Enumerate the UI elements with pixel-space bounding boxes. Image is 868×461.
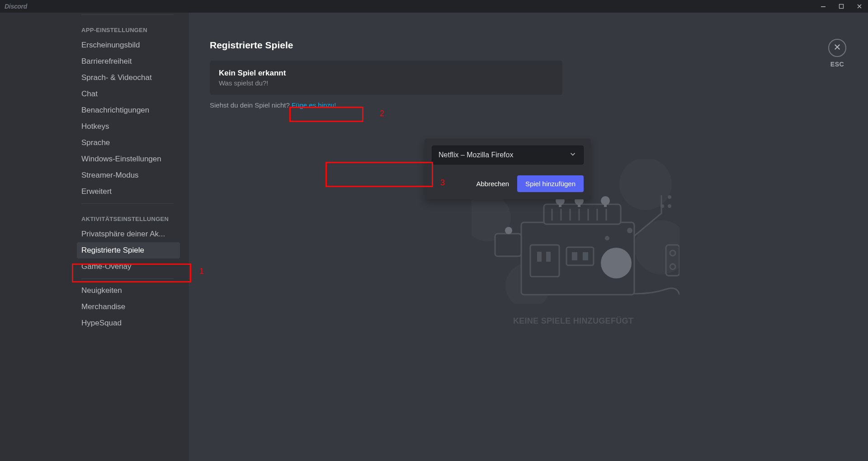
add-prompt-text: Siehst du dein Spiel nicht? [210,101,292,109]
svg-point-6 [505,263,551,304]
sidebar-item-appearance[interactable]: Erscheinungsbild [81,37,180,53]
sidebar-item-news[interactable]: Neuigkeiten [81,282,180,299]
add-prompt: Siehst du dein Spiel nicht? Füge es hinz… [210,101,850,109]
minimize-button[interactable] [815,0,832,13]
svg-rect-19 [578,201,580,207]
svg-point-37 [670,264,675,269]
svg-point-31 [505,227,512,234]
close-window-button[interactable] [851,0,868,13]
game-select-value: Netflix – Mozilla Firefox [439,151,513,159]
chevron-down-icon [569,150,577,160]
svg-rect-24 [546,252,551,262]
close-settings: ESC [828,39,846,68]
close-icon [833,43,841,53]
settings-sidebar: APP-EINSTELLUNGEN Erscheinungsbild Barri… [0,13,189,461]
esc-label: ESC [830,61,844,68]
no-game-subtitle: Was spielst du?! [219,79,553,87]
divider [81,278,174,279]
app-brand: Discord [5,3,27,10]
sidebar-category-activity: AKTIVITÄTSEINSTELLUNGEN [81,207,189,226]
svg-rect-0 [821,6,826,7]
svg-rect-30 [495,234,521,256]
cancel-button[interactable]: Abbrechen [476,180,509,188]
svg-rect-7 [521,222,634,295]
svg-rect-21 [604,201,607,207]
svg-point-5 [472,194,511,241]
sidebar-item-windows[interactable]: Windows-Einstellungen [81,151,180,167]
add-game-button[interactable]: Spiel hinzufügen [517,175,584,192]
svg-rect-22 [530,245,559,277]
no-game-title: Kein Spiel erkannt [219,69,553,78]
title-bar: Discord [0,0,868,13]
svg-point-28 [601,248,632,278]
annotation-label-1: 1 [199,267,204,276]
divider [81,14,174,15]
popover-actions: Abbrechen Spiel hinzufügen [432,175,584,192]
empty-state-label: KEINE SPIELE HINZUGEFÜGT [397,316,750,326]
svg-point-34 [668,195,671,199]
close-button[interactable] [828,39,846,57]
svg-point-32 [660,204,664,208]
sidebar-item-merch[interactable]: Merchandise [81,299,180,315]
svg-rect-27 [583,252,588,260]
sidebar-item-overlay[interactable]: Game-Overlay [81,259,180,275]
svg-rect-25 [566,247,594,265]
sidebar-item-hotkeys[interactable]: Hotkeys [81,118,180,135]
svg-point-20 [601,196,610,205]
divider [81,203,174,204]
page-title: Registrierte Spiele [210,40,850,51]
settings-content: Registrierte Spiele Kein Spiel erkannt W… [189,13,868,461]
sidebar-item-language[interactable]: Sprache [81,135,180,151]
window-controls [815,0,868,13]
sidebar-item-registered-games[interactable]: Registrierte Spiele [77,242,180,259]
sidebar-item-advanced[interactable]: Erweitert [81,183,180,200]
game-select[interactable]: Netflix – Mozilla Firefox [432,146,584,165]
svg-rect-17 [559,201,561,207]
svg-rect-8 [544,204,621,224]
sidebar-item-voice[interactable]: Sprach- & Videochat [81,70,180,86]
annotation-label-2: 2 [380,109,384,118]
sidebar-item-notifications[interactable]: Benachrichtigungen [81,102,180,118]
sidebar-item-activity-privacy[interactable]: Privatsphäre deiner Ak... [81,226,180,242]
app-body: APP-EINSTELLUNGEN Erscheinungsbild Barri… [0,13,868,461]
sidebar-item-chat[interactable]: Chat [81,86,180,102]
sidebar-item-streamer[interactable]: Streamer-Modus [81,167,180,183]
svg-rect-35 [666,245,679,276]
sidebar-item-hypesquad[interactable]: HypeSquad [81,315,180,331]
sidebar-item-accessibility[interactable]: Barrierefreiheit [81,53,180,70]
maximize-button[interactable] [833,0,850,13]
annotation-label-3: 3 [440,178,445,188]
svg-point-38 [605,236,609,240]
sidebar-category-app: APP-EINSTELLUNGEN [81,19,189,37]
add-game-popover: Netflix – Mozilla Firefox Abbrechen Spie… [425,138,591,199]
no-game-card: Kein Spiel erkannt Was spielst du?! [210,61,562,95]
svg-point-29 [627,228,632,233]
svg-point-4 [634,220,679,274]
svg-rect-1 [840,5,844,9]
svg-rect-23 [537,252,542,262]
svg-point-33 [668,204,671,208]
svg-point-36 [670,250,675,256]
svg-point-3 [619,159,672,210]
add-game-link[interactable]: Füge es hinzu! [292,101,336,109]
svg-rect-26 [572,252,577,260]
